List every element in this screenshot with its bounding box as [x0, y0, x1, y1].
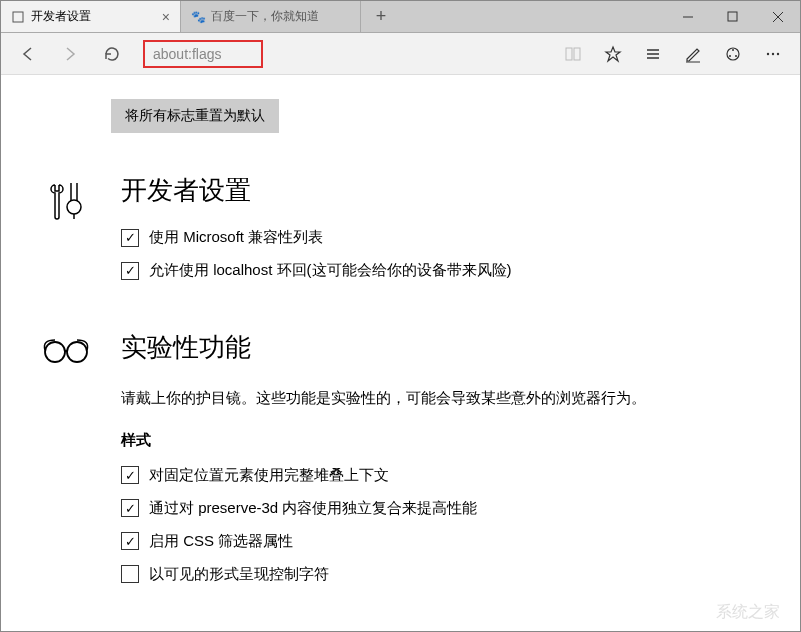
page-content: 将所有标志重置为默认 开发者设置 使用 Microsoft 兼容性列表 允许使用… [1, 75, 800, 631]
checkbox-label: 允许使用 localhost 环回(这可能会给你的设备带来风险) [149, 261, 512, 280]
section-description: 请戴上你的护目镜。这些功能是实验性的，可能会导致某些意外的浏览器行为。 [121, 385, 760, 411]
section-title: 实验性功能 [121, 330, 760, 365]
checkbox-label: 对固定位置元素使用完整堆叠上下文 [149, 466, 389, 485]
checkbox-css-filter[interactable]: 启用 CSS 筛选器属性 [121, 532, 760, 551]
url-text[interactable]: about:flags [143, 40, 263, 68]
checkbox-compat-list[interactable]: 使用 Microsoft 兼容性列表 [121, 228, 760, 247]
back-button[interactable] [9, 36, 47, 72]
checkbox-icon[interactable] [121, 565, 139, 583]
svg-rect-0 [13, 12, 23, 22]
hub-button[interactable] [634, 36, 672, 72]
page-icon [11, 10, 25, 24]
minimize-button[interactable] [665, 1, 710, 32]
checkbox-localhost-loopback[interactable]: 允许使用 localhost 环回(这可能会给你的设备带来风险) [121, 261, 760, 280]
checkbox-icon[interactable] [121, 466, 139, 484]
toolbar: about:flags [1, 33, 800, 75]
close-icon[interactable]: × [162, 9, 170, 25]
share-button[interactable] [714, 36, 752, 72]
checkbox-icon[interactable] [121, 532, 139, 550]
tab-developer-settings[interactable]: 开发者设置 × [1, 1, 181, 32]
svg-rect-2 [728, 12, 737, 21]
reset-all-flags-button[interactable]: 将所有标志重置为默认 [111, 99, 279, 133]
checkbox-control-chars[interactable]: 以可见的形式呈现控制字符 [121, 565, 760, 584]
checkbox-preserve-3d[interactable]: 通过对 preserve-3d 内容使用独立复合来提高性能 [121, 499, 760, 518]
checkbox-label: 启用 CSS 筛选器属性 [149, 532, 293, 551]
reading-view-button[interactable] [554, 36, 592, 72]
address-bar[interactable]: about:flags [143, 40, 542, 68]
svg-point-23 [67, 342, 87, 362]
checkbox-label: 使用 Microsoft 兼容性列表 [149, 228, 323, 247]
svg-point-17 [777, 52, 779, 54]
svg-point-16 [772, 52, 774, 54]
window-controls [665, 1, 800, 32]
notes-button[interactable] [674, 36, 712, 72]
subsection-title: 样式 [121, 431, 760, 450]
forward-button[interactable] [51, 36, 89, 72]
svg-point-12 [732, 49, 734, 51]
svg-point-22 [45, 342, 65, 362]
developer-settings-section: 开发者设置 使用 Microsoft 兼容性列表 允许使用 localhost … [41, 173, 760, 294]
svg-point-15 [767, 52, 769, 54]
svg-point-20 [67, 200, 81, 214]
svg-rect-5 [566, 48, 572, 60]
checkbox-label: 通过对 preserve-3d 内容使用独立复合来提高性能 [149, 499, 477, 518]
svg-point-13 [729, 55, 731, 57]
checkbox-stacking-context[interactable]: 对固定位置元素使用完整堆叠上下文 [121, 466, 760, 485]
favorite-button[interactable] [594, 36, 632, 72]
refresh-button[interactable] [93, 36, 131, 72]
checkbox-icon[interactable] [121, 499, 139, 517]
wrench-icon [41, 173, 91, 294]
tab-title: 百度一下，你就知道 [211, 8, 319, 25]
svg-rect-6 [574, 48, 580, 60]
more-button[interactable] [754, 36, 792, 72]
experimental-features-section: 实验性功能 请戴上你的护目镜。这些功能是实验性的，可能会导致某些意外的浏览器行为… [41, 330, 760, 598]
goggles-icon [41, 330, 91, 598]
watermark: 系统之家 [716, 602, 780, 623]
checkbox-icon[interactable] [121, 229, 139, 247]
section-title: 开发者设置 [121, 173, 760, 208]
close-window-button[interactable] [755, 1, 800, 32]
tab-title: 开发者设置 [31, 8, 91, 25]
svg-point-14 [735, 55, 737, 57]
baidu-icon: 🐾 [191, 10, 205, 24]
checkbox-icon[interactable] [121, 262, 139, 280]
checkbox-label: 以可见的形式呈现控制字符 [149, 565, 329, 584]
maximize-button[interactable] [710, 1, 755, 32]
tab-bar: 开发者设置 × 🐾 百度一下，你就知道 + [1, 1, 800, 33]
new-tab-button[interactable]: + [361, 1, 401, 32]
tab-baidu[interactable]: 🐾 百度一下，你就知道 [181, 1, 361, 32]
